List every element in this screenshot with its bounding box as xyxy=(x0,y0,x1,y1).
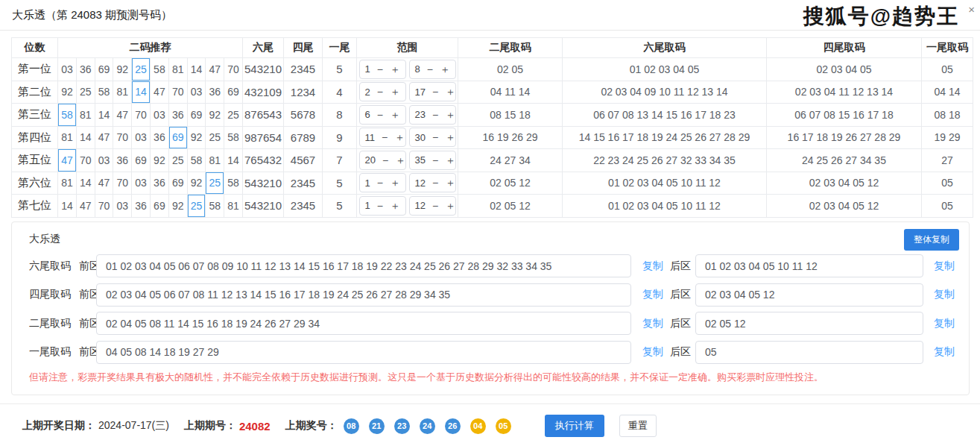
code-cell[interactable]: 25 xyxy=(77,81,95,104)
front-zone-field[interactable]: 02 04 05 08 11 14 15 16 18 19 24 26 27 2… xyxy=(96,312,631,335)
code-cell[interactable]: 92 xyxy=(58,81,77,104)
range-min-plus-button[interactable]: ＋ xyxy=(390,110,400,120)
copy-all-button[interactable]: 整体复制 xyxy=(904,229,959,251)
code-cell[interactable]: 58 xyxy=(95,81,114,104)
code-cell[interactable]: 36 xyxy=(77,58,95,81)
range-min-minus-button[interactable]: − xyxy=(377,201,383,211)
back-zone-field[interactable]: 05 xyxy=(695,341,923,364)
code-cell[interactable]: 03 xyxy=(151,104,169,126)
range-max-minus-button[interactable]: − xyxy=(432,132,438,142)
code-cell[interactable]: 69 xyxy=(188,104,206,126)
copy-back-link[interactable]: 复制 xyxy=(934,317,955,330)
code-cell[interactable]: 47 xyxy=(113,104,132,126)
code-cell[interactable]: 03 xyxy=(132,127,151,149)
copy-front-link[interactable]: 复制 xyxy=(642,260,663,273)
code-cell[interactable]: 81 xyxy=(224,195,242,217)
code-cell[interactable]: 92 xyxy=(206,104,224,126)
code-cell[interactable]: 92 xyxy=(151,149,169,172)
code-cell[interactable]: 25 xyxy=(224,104,242,126)
front-zone-field[interactable]: 01 02 03 04 05 06 07 08 09 10 11 12 13 1… xyxy=(96,254,631,277)
code-cell-selected[interactable]: 25 xyxy=(188,195,206,217)
code-cell[interactable]: 81 xyxy=(169,58,188,81)
run-calculation-button[interactable]: 执行计算 xyxy=(545,415,604,437)
code-cell[interactable]: 70 xyxy=(77,149,95,172)
front-zone-field[interactable]: 04 05 08 14 18 19 27 29 xyxy=(96,341,631,364)
code-cell[interactable]: 92 xyxy=(113,58,132,81)
code-cell[interactable]: 69 xyxy=(169,172,188,195)
code-cell[interactable]: 03 xyxy=(95,149,114,172)
code-cell[interactable]: 81 xyxy=(77,104,95,126)
code-cell[interactable]: 25 xyxy=(169,149,188,172)
range-max-plus-button[interactable]: ＋ xyxy=(440,64,450,75)
code-cell[interactable]: 14 xyxy=(77,127,95,149)
copy-front-link[interactable]: 复制 xyxy=(642,345,663,359)
code-cell-selected[interactable]: 25 xyxy=(132,58,151,81)
range-max-plus-button[interactable]: ＋ xyxy=(445,87,455,97)
code-cell[interactable]: 25 xyxy=(206,127,224,149)
code-cell[interactable]: 03 xyxy=(113,195,132,217)
code-cell-selected[interactable]: 47 xyxy=(58,149,77,172)
code-cell[interactable]: 69 xyxy=(132,149,151,172)
code-cell[interactable]: 92 xyxy=(188,172,206,195)
code-cell[interactable]: 58 xyxy=(224,127,242,149)
range-min-plus-button[interactable]: ＋ xyxy=(395,155,405,166)
range-min-minus-button[interactable]: − xyxy=(382,155,388,166)
code-cell[interactable]: 36 xyxy=(113,149,132,172)
code-cell[interactable]: 70 xyxy=(113,172,132,195)
code-cell[interactable]: 47 xyxy=(77,195,95,217)
code-cell[interactable]: 69 xyxy=(95,58,114,81)
back-zone-field[interactable]: 01 02 03 04 05 10 11 12 xyxy=(695,254,923,277)
copy-front-link[interactable]: 复制 xyxy=(642,288,663,301)
code-cell[interactable]: 70 xyxy=(113,127,132,149)
code-cell[interactable]: 81 xyxy=(113,81,132,104)
code-cell-selected[interactable]: 14 xyxy=(132,81,151,104)
copy-front-link[interactable]: 复制 xyxy=(642,317,663,330)
code-cell[interactable]: 14 xyxy=(188,58,206,81)
code-cell[interactable]: 36 xyxy=(169,104,188,126)
reset-button[interactable]: 重置 xyxy=(619,415,657,437)
code-cell[interactable]: 47 xyxy=(95,172,114,195)
code-cell[interactable]: 36 xyxy=(132,195,151,217)
code-cell[interactable]: 70 xyxy=(132,104,151,126)
code-cell[interactable]: 03 xyxy=(58,58,77,81)
back-zone-field[interactable]: 02 05 12 xyxy=(695,312,923,335)
copy-back-link[interactable]: 复制 xyxy=(934,345,955,359)
copy-back-link[interactable]: 复制 xyxy=(934,260,955,273)
range-max-minus-button[interactable]: − xyxy=(427,64,433,75)
range-max-plus-button[interactable]: ＋ xyxy=(445,201,455,211)
code-cell[interactable]: 03 xyxy=(188,81,206,104)
code-cell[interactable]: 47 xyxy=(206,58,224,81)
code-cell-selected[interactable]: 25 xyxy=(206,172,224,195)
code-cell[interactable]: 47 xyxy=(151,81,169,104)
range-max-plus-button[interactable]: ＋ xyxy=(445,132,455,142)
code-cell[interactable]: 92 xyxy=(169,195,188,217)
code-cell[interactable]: 70 xyxy=(224,58,242,81)
code-cell[interactable]: 03 xyxy=(132,172,151,195)
range-max-minus-button[interactable]: − xyxy=(432,177,438,188)
code-cell[interactable]: 36 xyxy=(151,172,169,195)
range-max-plus-button[interactable]: ＋ xyxy=(445,110,455,120)
range-min-minus-button[interactable]: − xyxy=(382,132,388,142)
code-cell[interactable]: 81 xyxy=(58,172,77,195)
code-cell[interactable]: 69 xyxy=(224,81,242,104)
code-cell[interactable]: 47 xyxy=(95,127,114,149)
range-min-plus-button[interactable]: ＋ xyxy=(390,64,400,75)
front-zone-field[interactable]: 02 03 04 05 06 07 08 11 12 13 14 15 16 1… xyxy=(96,283,631,307)
range-min-plus-button[interactable]: ＋ xyxy=(390,87,400,97)
code-cell[interactable]: 58 xyxy=(188,149,206,172)
code-cell[interactable]: 14 xyxy=(95,104,114,126)
range-max-plus-button[interactable]: ＋ xyxy=(445,155,455,166)
code-cell[interactable]: 92 xyxy=(188,127,206,149)
code-cell-selected[interactable]: 69 xyxy=(169,127,188,149)
code-cell[interactable]: 81 xyxy=(206,149,224,172)
range-max-minus-button[interactable]: − xyxy=(432,201,438,211)
range-max-minus-button[interactable]: − xyxy=(432,87,438,97)
code-cell[interactable]: 58 xyxy=(224,172,242,195)
code-cell[interactable]: 69 xyxy=(151,195,169,217)
code-cell[interactable]: 81 xyxy=(58,127,77,149)
range-max-minus-button[interactable]: − xyxy=(432,155,438,166)
close-icon[interactable]: × xyxy=(968,4,975,15)
range-min-plus-button[interactable]: ＋ xyxy=(390,177,400,188)
code-cell[interactable]: 14 xyxy=(58,195,77,217)
code-cell[interactable]: 70 xyxy=(95,195,114,217)
